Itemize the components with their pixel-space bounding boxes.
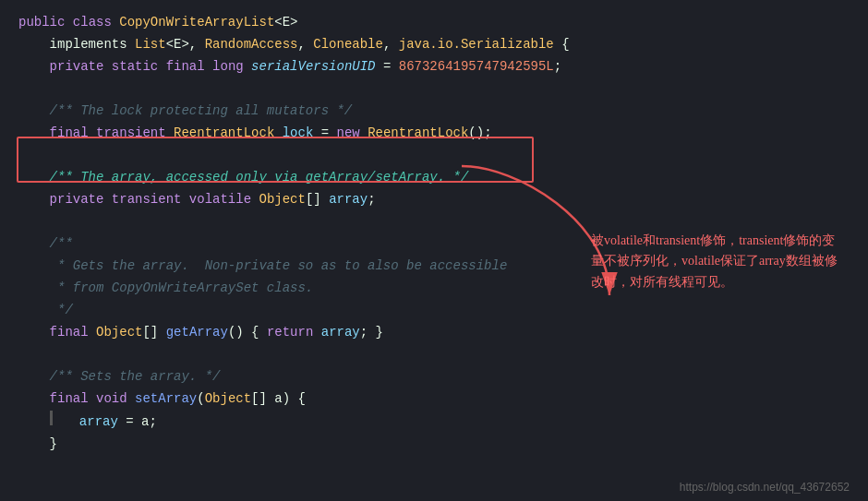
annotation-text: 被volatile和transient修饰，transient修饰的变量不被序列… [591,233,838,289]
code-line-19: array = a; [0,410,868,433]
code-line-14: */ [0,299,868,321]
code-line-1: public class CopyOnWriteArrayList<E> [0,11,868,33]
keyword-public: public [18,12,65,32]
code-line-15: final Object[] getArray() { return array… [0,321,868,343]
code-line-16 [0,343,868,365]
code-container: public class CopyOnWriteArrayList<E> imp… [0,0,868,501]
code-line-17: /** Sets the array. */ [0,365,868,388]
code-line-2: implements List<E>, RandomAccess, Clonea… [0,33,868,55]
code-line-6: final transient ReentrantLock lock = new… [0,122,868,144]
annotation-box: 被volatile和transient修饰，transient修饰的变量不被序列… [591,231,840,292]
code-line-4 [0,78,868,100]
code-line-9: private transient volatile Object[] arra… [0,188,868,210]
watermark: https://blog.csdn.net/qq_43672652 [680,481,850,494]
code-line-7 [0,144,868,166]
classname: CopyOnWriteArrayList [119,12,274,32]
code-line-3: private static final long serialVersionU… [0,55,868,78]
keyword-class: class [73,12,112,32]
code-line-20: } [0,433,868,455]
code-line-18: final void setArray(Object[] a) { [0,388,868,410]
code-line-10 [0,210,868,233]
code-line-5: /** The lock protecting all mutators */ [0,100,868,122]
code-line-8: /** The array, accessed only via getArra… [0,166,868,188]
